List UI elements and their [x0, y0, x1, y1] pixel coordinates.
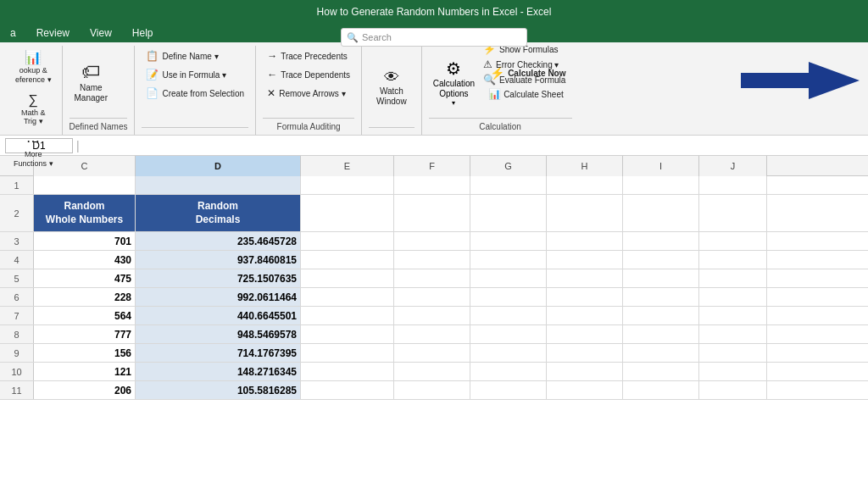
cell-i-data[interactable]	[623, 288, 699, 306]
cell-h-data[interactable]	[547, 307, 623, 324]
calculation-options-button[interactable]: ⚙ CalculationOptions ▾	[429, 56, 479, 109]
cell-d-data[interactable]: 105.5816285	[136, 381, 301, 399]
watch-window-button[interactable]: 👁 WatchWindow	[369, 64, 415, 111]
cell-c-data[interactable]: 430	[34, 251, 136, 269]
cell-e-data[interactable]	[301, 288, 394, 306]
error-checking-button[interactable]: ⚠ Error Checking ▾	[479, 56, 563, 73]
cell-e-data[interactable]	[301, 232, 394, 250]
cell-f-h[interactable]	[394, 195, 470, 231]
cell-g-data[interactable]	[470, 288, 547, 306]
cell-i-data[interactable]	[623, 325, 699, 343]
cell-f-data[interactable]	[394, 251, 470, 269]
cell-f-data[interactable]	[394, 344, 470, 362]
cell-i-h[interactable]	[623, 195, 699, 231]
cell-f-data[interactable]	[394, 307, 470, 324]
cell-c-data[interactable]: 777	[34, 325, 136, 343]
formula-input[interactable]	[83, 140, 863, 152]
trace-precedents-button[interactable]: → Trace Precedents	[263, 47, 352, 64]
cell-d1[interactable]	[136, 176, 301, 194]
cell-d-data[interactable]: 440.6645501	[136, 307, 301, 324]
cell-d-header[interactable]: RandomDecimals	[136, 195, 301, 231]
menu-item-view[interactable]: View	[86, 25, 115, 41]
menu-item-help[interactable]: Help	[129, 25, 157, 41]
cell-j-h[interactable]	[699, 195, 767, 231]
cell-j-data[interactable]	[699, 344, 767, 362]
cell-g-data[interactable]	[470, 344, 547, 362]
cell-g-h[interactable]	[470, 195, 547, 231]
cell-c1[interactable]	[34, 176, 136, 194]
cell-i-data[interactable]	[623, 251, 699, 269]
cell-e-data[interactable]	[301, 325, 394, 343]
cell-c-data[interactable]: 206	[34, 381, 136, 399]
cell-f-data[interactable]	[394, 232, 470, 250]
cell-h-h[interactable]	[547, 195, 623, 231]
cell-g-data[interactable]	[470, 251, 547, 269]
cell-c-data[interactable]: 475	[34, 269, 136, 287]
cell-j-data[interactable]	[699, 381, 767, 399]
calculate-sheet-button[interactable]: 📊 Calculate Sheet	[484, 86, 571, 103]
cell-g-data[interactable]	[470, 269, 547, 287]
cell-d-data[interactable]: 235.4645728	[136, 232, 301, 250]
cell-g-data[interactable]	[470, 363, 547, 380]
more-functions-button[interactable]: ⋯ MoreFunctions ▾	[8, 131, 58, 172]
math-trig-button[interactable]: ∑ Math &Trig ▾	[16, 90, 51, 130]
cell-e-data[interactable]	[301, 363, 394, 380]
cell-h-data[interactable]	[547, 232, 623, 250]
cell-j-data[interactable]	[699, 307, 767, 324]
cell-j-data[interactable]	[699, 325, 767, 343]
cell-h-data[interactable]	[547, 344, 623, 362]
cell-h-data[interactable]	[547, 269, 623, 287]
menu-item-a[interactable]: a	[7, 25, 19, 41]
cell-d-data[interactable]: 948.5469578	[136, 325, 301, 343]
cell-i1[interactable]	[623, 176, 699, 194]
cell-i-data[interactable]	[623, 363, 699, 380]
cell-c-header[interactable]: RandomWhole Numbers	[34, 195, 136, 231]
cell-h-data[interactable]	[547, 363, 623, 380]
cell-g1[interactable]	[470, 176, 547, 194]
cell-j-data[interactable]	[699, 288, 767, 306]
cell-d-data[interactable]: 148.2716345	[136, 363, 301, 380]
cell-h-data[interactable]	[547, 325, 623, 343]
menu-item-review[interactable]: Review	[33, 25, 73, 41]
define-name-button[interactable]: 📋 Define Name ▾	[142, 47, 222, 64]
cell-i-data[interactable]	[623, 307, 699, 324]
cell-d-data[interactable]: 937.8460815	[136, 251, 301, 269]
cell-h-data[interactable]	[547, 288, 623, 306]
cell-g-data[interactable]	[470, 307, 547, 324]
cell-j-data[interactable]	[699, 363, 767, 380]
cell-f-data[interactable]	[394, 288, 470, 306]
cell-d-data[interactable]: 725.1507635	[136, 269, 301, 287]
remove-arrows-button[interactable]: ✕ Remove Arrows ▾	[263, 85, 349, 102]
cell-d-data[interactable]: 992.0611464	[136, 288, 301, 306]
cell-j-data[interactable]	[699, 251, 767, 269]
cell-e1[interactable]	[301, 176, 394, 194]
cell-c-data[interactable]: 564	[34, 307, 136, 324]
cell-i-data[interactable]	[623, 344, 699, 362]
cell-e-data[interactable]	[301, 381, 394, 399]
cell-c-data[interactable]: 121	[34, 363, 136, 380]
cell-f-data[interactable]	[394, 381, 470, 399]
cell-f-data[interactable]	[394, 325, 470, 343]
name-manager-button[interactable]: 🏷 NameManager	[70, 59, 113, 107]
cell-j-data[interactable]	[699, 269, 767, 287]
cell-i-data[interactable]	[623, 232, 699, 250]
cell-e-data[interactable]	[301, 344, 394, 362]
search-bar[interactable]: 🔍 Search	[341, 28, 527, 47]
cell-e-h[interactable]	[301, 195, 394, 231]
cell-f1[interactable]	[394, 176, 470, 194]
cell-c-data[interactable]: 156	[34, 344, 136, 362]
use-in-formula-button[interactable]: 📝 Use in Formula ▾	[142, 66, 231, 83]
cell-i-data[interactable]	[623, 269, 699, 287]
cell-h-data[interactable]	[547, 381, 623, 399]
cell-j-data[interactable]	[699, 232, 767, 250]
cell-h-data[interactable]	[547, 251, 623, 269]
evaluate-formula-button[interactable]: 🔍 Evaluate Formula	[479, 71, 570, 88]
cell-h1[interactable]	[547, 176, 623, 194]
cell-j1[interactable]	[699, 176, 767, 194]
cell-g-data[interactable]	[470, 381, 547, 399]
trace-dependents-button[interactable]: ← Trace Dependents	[263, 66, 354, 83]
lookup-button[interactable]: 📊 ookup &eference ▾	[10, 47, 57, 88]
cell-e-data[interactable]	[301, 251, 394, 269]
cell-e-data[interactable]	[301, 307, 394, 324]
cell-e-data[interactable]	[301, 269, 394, 287]
